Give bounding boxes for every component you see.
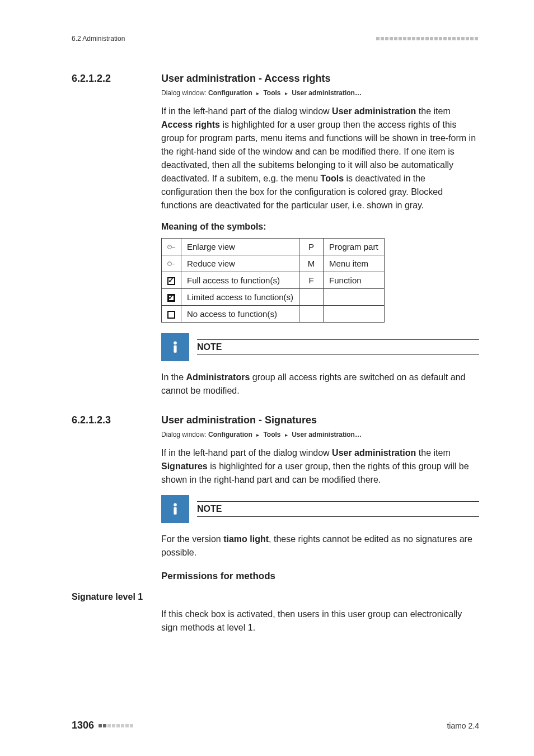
table-row: No access to function(s) — [162, 306, 385, 323]
info-icon — [161, 333, 189, 361]
svg-point-2 — [174, 503, 177, 507]
dialog-prefix: Dialog window: — [161, 89, 207, 97]
symbol-code: M — [299, 255, 324, 272]
breadcrumb-part: Configuration — [208, 89, 252, 97]
note-body: For the version tiamo light, these right… — [161, 533, 479, 559]
symbol-meaning: Menu item — [324, 255, 385, 272]
signature-level-heading: Signature level 1 — [72, 592, 479, 602]
full-access-icon — [162, 272, 181, 289]
table-row: Limited access to function(s) — [162, 289, 385, 306]
symbol-label: No access to function(s) — [181, 306, 299, 323]
section-heading-access-rights: 6.2.1.2.2 User administration - Access r… — [72, 73, 479, 85]
table-row: − Reduce view M Menu item — [162, 255, 385, 272]
breadcrumb-part: User administration… — [292, 431, 362, 438]
section-heading-signatures: 6.2.1.2.3 User administration - Signatur… — [72, 414, 479, 426]
symbol-code: F — [299, 272, 324, 289]
section-title: User administration - Signatures — [161, 414, 317, 426]
table-row: Full access to function(s) F Function — [162, 272, 385, 289]
header-decoration-squares-icon — [376, 37, 478, 40]
section-number: 6.2.1.2.2 — [72, 73, 161, 85]
note-title: NOTE — [197, 503, 479, 515]
symbol-meaning — [324, 289, 385, 306]
page-footer: 1306 tiamo 2.4 — [72, 720, 479, 731]
breadcrumb-part: Tools — [263, 89, 280, 97]
dialog-window-breadcrumb: Dialog window: Configuration ▸ Tools ▸ U… — [161, 431, 479, 438]
breadcrumb-separator-icon: ▸ — [285, 90, 288, 96]
symbol-label: Limited access to function(s) — [181, 289, 299, 306]
symbol-code — [299, 306, 324, 323]
symbol-meaning: Function — [324, 272, 385, 289]
table-row: + Enlarge view P Program part — [162, 239, 385, 255]
enlarge-view-icon: + — [162, 239, 181, 255]
breadcrumb-part: Tools — [263, 431, 280, 438]
svg-rect-1 — [174, 346, 176, 353]
dialog-window-breadcrumb: Dialog window: Configuration ▸ Tools ▸ U… — [161, 89, 479, 97]
note-title: NOTE — [197, 341, 479, 353]
section-number: 6.2.1.2.3 — [72, 414, 161, 426]
limited-access-icon — [162, 289, 181, 306]
symbol-meaning — [324, 306, 385, 323]
symbols-heading: Meaning of the symbols: — [161, 220, 479, 234]
page-number: 1306 — [72, 720, 94, 731]
symbol-code — [299, 289, 324, 306]
breadcrumb-part: User administration… — [292, 89, 362, 97]
breadcrumb-part: Configuration — [208, 431, 252, 438]
running-header: 6.2 Administration — [72, 35, 478, 43]
permissions-heading: Permissions for methods — [161, 571, 479, 582]
section-paragraph: If in the left-hand part of the dialog w… — [161, 446, 479, 487]
breadcrumb-separator-icon: ▸ — [256, 432, 259, 438]
header-section-label: 6.2 Administration — [72, 35, 125, 43]
svg-rect-3 — [174, 507, 176, 515]
footer-product-name: tiamo 2.4 — [447, 721, 479, 730]
note-block: NOTE In the Administrators group all acc… — [161, 333, 479, 398]
section-paragraph: If in the left-hand part of the dialog w… — [161, 105, 479, 212]
note-block: NOTE For the version tiamo light, these … — [161, 494, 479, 559]
signature-level-text: If this check box is activated, then use… — [161, 608, 479, 634]
dialog-prefix: Dialog window: — [161, 431, 207, 438]
svg-point-0 — [174, 342, 177, 345]
reduce-view-icon: − — [162, 255, 181, 272]
symbol-label: Reduce view — [181, 255, 299, 272]
breadcrumb-separator-icon: ▸ — [285, 432, 288, 438]
section-title: User administration - Access rights — [161, 73, 330, 85]
symbol-label: Enlarge view — [181, 239, 299, 255]
info-icon — [161, 495, 189, 523]
symbol-meaning: Program part — [324, 239, 385, 255]
breadcrumb-separator-icon: ▸ — [256, 90, 259, 96]
symbol-label: Full access to function(s) — [181, 272, 299, 289]
no-access-icon — [162, 306, 181, 323]
note-body: In the Administrators group all access r… — [161, 371, 479, 398]
footer-decoration-squares-icon — [99, 724, 133, 727]
symbols-table: + Enlarge view P Program part − Reduce v… — [161, 238, 385, 323]
symbol-code: P — [299, 239, 324, 255]
